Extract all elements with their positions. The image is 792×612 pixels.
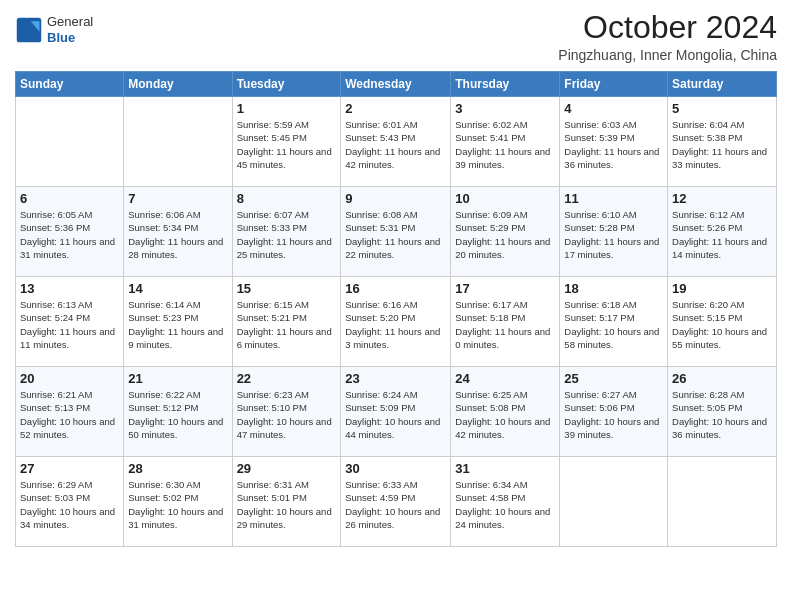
day-number: 7: [128, 191, 227, 206]
calendar-cell: 27Sunrise: 6:29 AM Sunset: 5:03 PM Dayli…: [16, 457, 124, 547]
day-info: Sunrise: 6:24 AM Sunset: 5:09 PM Dayligh…: [345, 388, 446, 441]
calendar-cell: 11Sunrise: 6:10 AM Sunset: 5:28 PM Dayli…: [560, 187, 668, 277]
day-info: Sunrise: 6:14 AM Sunset: 5:23 PM Dayligh…: [128, 298, 227, 351]
header: General Blue October 2024 Pingzhuang, In…: [15, 10, 777, 63]
page: General Blue October 2024 Pingzhuang, In…: [0, 0, 792, 612]
calendar-week-row: 13Sunrise: 6:13 AM Sunset: 5:24 PM Dayli…: [16, 277, 777, 367]
day-number: 24: [455, 371, 555, 386]
day-number: 31: [455, 461, 555, 476]
day-info: Sunrise: 6:28 AM Sunset: 5:05 PM Dayligh…: [672, 388, 772, 441]
day-number: 3: [455, 101, 555, 116]
calendar-cell: 23Sunrise: 6:24 AM Sunset: 5:09 PM Dayli…: [341, 367, 451, 457]
day-number: 15: [237, 281, 337, 296]
day-number: 1: [237, 101, 337, 116]
day-number: 22: [237, 371, 337, 386]
day-number: 30: [345, 461, 446, 476]
location: Pingzhuang, Inner Mongolia, China: [558, 47, 777, 63]
day-info: Sunrise: 6:04 AM Sunset: 5:38 PM Dayligh…: [672, 118, 772, 171]
day-info: Sunrise: 6:34 AM Sunset: 4:58 PM Dayligh…: [455, 478, 555, 531]
day-number: 28: [128, 461, 227, 476]
calendar-cell: 10Sunrise: 6:09 AM Sunset: 5:29 PM Dayli…: [451, 187, 560, 277]
day-info: Sunrise: 6:18 AM Sunset: 5:17 PM Dayligh…: [564, 298, 663, 351]
day-info: Sunrise: 6:03 AM Sunset: 5:39 PM Dayligh…: [564, 118, 663, 171]
day-info: Sunrise: 6:10 AM Sunset: 5:28 PM Dayligh…: [564, 208, 663, 261]
day-number: 8: [237, 191, 337, 206]
calendar-cell: 16Sunrise: 6:16 AM Sunset: 5:20 PM Dayli…: [341, 277, 451, 367]
calendar-cell: 7Sunrise: 6:06 AM Sunset: 5:34 PM Daylig…: [124, 187, 232, 277]
day-number: 4: [564, 101, 663, 116]
calendar-cell: 14Sunrise: 6:14 AM Sunset: 5:23 PM Dayli…: [124, 277, 232, 367]
day-info: Sunrise: 6:21 AM Sunset: 5:13 PM Dayligh…: [20, 388, 119, 441]
day-number: 21: [128, 371, 227, 386]
day-info: Sunrise: 6:23 AM Sunset: 5:10 PM Dayligh…: [237, 388, 337, 441]
day-info: Sunrise: 6:12 AM Sunset: 5:26 PM Dayligh…: [672, 208, 772, 261]
day-info: Sunrise: 6:29 AM Sunset: 5:03 PM Dayligh…: [20, 478, 119, 531]
calendar-cell: 21Sunrise: 6:22 AM Sunset: 5:12 PM Dayli…: [124, 367, 232, 457]
calendar-cell: [124, 97, 232, 187]
day-number: 25: [564, 371, 663, 386]
logo-icon: [15, 16, 43, 44]
calendar-cell: 1Sunrise: 5:59 AM Sunset: 5:45 PM Daylig…: [232, 97, 341, 187]
day-number: 23: [345, 371, 446, 386]
calendar-header-row: SundayMondayTuesdayWednesdayThursdayFrid…: [16, 72, 777, 97]
calendar-cell: 19Sunrise: 6:20 AM Sunset: 5:15 PM Dayli…: [668, 277, 777, 367]
day-info: Sunrise: 6:09 AM Sunset: 5:29 PM Dayligh…: [455, 208, 555, 261]
calendar-cell: 13Sunrise: 6:13 AM Sunset: 5:24 PM Dayli…: [16, 277, 124, 367]
weekday-header-wednesday: Wednesday: [341, 72, 451, 97]
title-block: October 2024 Pingzhuang, Inner Mongolia,…: [558, 10, 777, 63]
weekday-header-friday: Friday: [560, 72, 668, 97]
calendar-cell: 20Sunrise: 6:21 AM Sunset: 5:13 PM Dayli…: [16, 367, 124, 457]
weekday-header-thursday: Thursday: [451, 72, 560, 97]
day-info: Sunrise: 5:59 AM Sunset: 5:45 PM Dayligh…: [237, 118, 337, 171]
calendar-cell: 2Sunrise: 6:01 AM Sunset: 5:43 PM Daylig…: [341, 97, 451, 187]
calendar-week-row: 20Sunrise: 6:21 AM Sunset: 5:13 PM Dayli…: [16, 367, 777, 457]
day-info: Sunrise: 6:08 AM Sunset: 5:31 PM Dayligh…: [345, 208, 446, 261]
day-number: 10: [455, 191, 555, 206]
day-number: 18: [564, 281, 663, 296]
calendar-cell: 18Sunrise: 6:18 AM Sunset: 5:17 PM Dayli…: [560, 277, 668, 367]
day-info: Sunrise: 6:22 AM Sunset: 5:12 PM Dayligh…: [128, 388, 227, 441]
calendar-cell: 25Sunrise: 6:27 AM Sunset: 5:06 PM Dayli…: [560, 367, 668, 457]
calendar-cell: 4Sunrise: 6:03 AM Sunset: 5:39 PM Daylig…: [560, 97, 668, 187]
day-info: Sunrise: 6:07 AM Sunset: 5:33 PM Dayligh…: [237, 208, 337, 261]
calendar-table: SundayMondayTuesdayWednesdayThursdayFrid…: [15, 71, 777, 547]
calendar-cell: 24Sunrise: 6:25 AM Sunset: 5:08 PM Dayli…: [451, 367, 560, 457]
weekday-header-monday: Monday: [124, 72, 232, 97]
weekday-header-tuesday: Tuesday: [232, 72, 341, 97]
day-number: 19: [672, 281, 772, 296]
calendar-week-row: 1Sunrise: 5:59 AM Sunset: 5:45 PM Daylig…: [16, 97, 777, 187]
day-info: Sunrise: 6:33 AM Sunset: 4:59 PM Dayligh…: [345, 478, 446, 531]
day-number: 14: [128, 281, 227, 296]
day-number: 11: [564, 191, 663, 206]
day-number: 20: [20, 371, 119, 386]
logo-text: General Blue: [47, 14, 93, 45]
day-info: Sunrise: 6:25 AM Sunset: 5:08 PM Dayligh…: [455, 388, 555, 441]
day-number: 6: [20, 191, 119, 206]
day-info: Sunrise: 6:01 AM Sunset: 5:43 PM Dayligh…: [345, 118, 446, 171]
calendar-cell: 9Sunrise: 6:08 AM Sunset: 5:31 PM Daylig…: [341, 187, 451, 277]
weekday-header-saturday: Saturday: [668, 72, 777, 97]
calendar-cell: [668, 457, 777, 547]
logo: General Blue: [15, 14, 93, 45]
calendar-cell: [16, 97, 124, 187]
day-number: 9: [345, 191, 446, 206]
calendar-cell: 3Sunrise: 6:02 AM Sunset: 5:41 PM Daylig…: [451, 97, 560, 187]
day-number: 29: [237, 461, 337, 476]
day-number: 2: [345, 101, 446, 116]
calendar-cell: 26Sunrise: 6:28 AM Sunset: 5:05 PM Dayli…: [668, 367, 777, 457]
day-info: Sunrise: 6:15 AM Sunset: 5:21 PM Dayligh…: [237, 298, 337, 351]
calendar-cell: 6Sunrise: 6:05 AM Sunset: 5:36 PM Daylig…: [16, 187, 124, 277]
day-number: 5: [672, 101, 772, 116]
calendar-cell: [560, 457, 668, 547]
calendar-cell: 15Sunrise: 6:15 AM Sunset: 5:21 PM Dayli…: [232, 277, 341, 367]
calendar-week-row: 6Sunrise: 6:05 AM Sunset: 5:36 PM Daylig…: [16, 187, 777, 277]
calendar-cell: 8Sunrise: 6:07 AM Sunset: 5:33 PM Daylig…: [232, 187, 341, 277]
day-info: Sunrise: 6:05 AM Sunset: 5:36 PM Dayligh…: [20, 208, 119, 261]
day-info: Sunrise: 6:31 AM Sunset: 5:01 PM Dayligh…: [237, 478, 337, 531]
day-info: Sunrise: 6:06 AM Sunset: 5:34 PM Dayligh…: [128, 208, 227, 261]
calendar-week-row: 27Sunrise: 6:29 AM Sunset: 5:03 PM Dayli…: [16, 457, 777, 547]
day-number: 13: [20, 281, 119, 296]
calendar-cell: 5Sunrise: 6:04 AM Sunset: 5:38 PM Daylig…: [668, 97, 777, 187]
calendar-cell: 17Sunrise: 6:17 AM Sunset: 5:18 PM Dayli…: [451, 277, 560, 367]
day-info: Sunrise: 6:30 AM Sunset: 5:02 PM Dayligh…: [128, 478, 227, 531]
